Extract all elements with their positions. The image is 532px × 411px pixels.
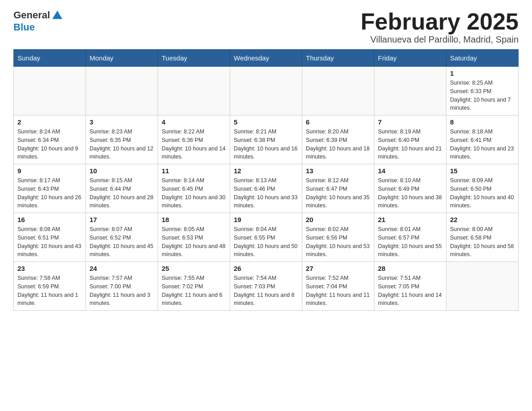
calendar-cell: 6Sunrise: 8:20 AMSunset: 6:39 PMDaylight… [302, 116, 374, 164]
logo-icon [51, 9, 64, 21]
calendar-cell [14, 67, 86, 116]
header-day-monday: Monday [86, 50, 158, 67]
calendar-cell: 13Sunrise: 8:12 AMSunset: 6:47 PMDayligh… [302, 164, 374, 213]
calendar-cell: 4Sunrise: 8:22 AMSunset: 6:36 PMDaylight… [158, 116, 230, 164]
day-number: 6 [306, 118, 370, 126]
calendar-subtitle: Villanueva del Pardillo, Madrid, Spain [360, 34, 519, 45]
header-day-sunday: Sunday [14, 50, 86, 67]
day-info: Sunrise: 8:09 AMSunset: 6:50 PMDaylight:… [450, 176, 515, 210]
day-info: Sunrise: 8:21 AMSunset: 6:38 PMDaylight:… [234, 128, 298, 161]
day-number: 24 [90, 265, 154, 272]
day-info: Sunrise: 8:05 AMSunset: 6:53 PMDaylight:… [162, 225, 226, 259]
day-info: Sunrise: 8:25 AMSunset: 6:33 PMDaylight:… [450, 79, 515, 112]
header: General Blue February 2025 Villanueva de… [13, 9, 519, 45]
day-number: 10 [90, 167, 154, 175]
day-number: 4 [162, 118, 226, 126]
calendar-body: 1Sunrise: 8:25 AMSunset: 6:33 PMDaylight… [14, 67, 519, 311]
calendar-cell [446, 262, 519, 311]
day-info: Sunrise: 8:23 AMSunset: 6:35 PMDaylight:… [90, 128, 154, 161]
day-number: 15 [450, 167, 515, 175]
calendar-cell: 21Sunrise: 8:01 AMSunset: 6:57 PMDayligh… [374, 213, 446, 262]
calendar-cell: 28Sunrise: 7:51 AMSunset: 7:05 PMDayligh… [374, 262, 446, 311]
day-number: 13 [306, 167, 370, 175]
calendar-week-2: 9Sunrise: 8:17 AMSunset: 6:43 PMDaylight… [14, 164, 519, 213]
day-info: Sunrise: 8:17 AMSunset: 6:43 PMDaylight:… [17, 176, 82, 210]
calendar-cell: 25Sunrise: 7:55 AMSunset: 7:02 PMDayligh… [158, 262, 230, 311]
calendar-cell: 2Sunrise: 8:24 AMSunset: 6:34 PMDaylight… [14, 116, 86, 164]
calendar-week-1: 2Sunrise: 8:24 AMSunset: 6:34 PMDaylight… [14, 116, 519, 164]
calendar-title: February 2025 [360, 9, 519, 34]
header-day-wednesday: Wednesday [230, 50, 302, 67]
calendar-cell: 17Sunrise: 8:07 AMSunset: 6:52 PMDayligh… [86, 213, 158, 262]
day-info: Sunrise: 8:01 AMSunset: 6:57 PMDaylight:… [378, 225, 442, 259]
calendar-cell: 11Sunrise: 8:14 AMSunset: 6:45 PMDayligh… [158, 164, 230, 213]
calendar-cell: 19Sunrise: 8:04 AMSunset: 6:55 PMDayligh… [230, 213, 302, 262]
day-number: 28 [378, 265, 442, 272]
day-info: Sunrise: 8:14 AMSunset: 6:45 PMDaylight:… [162, 176, 226, 210]
day-info: Sunrise: 7:52 AMSunset: 7:04 PMDaylight:… [306, 274, 370, 308]
day-number: 11 [162, 167, 226, 175]
day-number: 14 [378, 167, 442, 175]
logo-general-text: General [13, 9, 50, 21]
calendar-cell: 14Sunrise: 8:10 AMSunset: 6:49 PMDayligh… [374, 164, 446, 213]
calendar-cell: 5Sunrise: 8:21 AMSunset: 6:38 PMDaylight… [230, 116, 302, 164]
day-number: 1 [450, 69, 515, 77]
day-info: Sunrise: 8:24 AMSunset: 6:34 PMDaylight:… [17, 128, 82, 161]
calendar-cell: 8Sunrise: 8:18 AMSunset: 6:41 PMDaylight… [446, 116, 519, 164]
day-info: Sunrise: 8:02 AMSunset: 6:56 PMDaylight:… [306, 225, 370, 259]
logo-blue-text: Blue [13, 21, 35, 33]
calendar-cell: 12Sunrise: 8:13 AMSunset: 6:46 PMDayligh… [230, 164, 302, 213]
day-info: Sunrise: 8:22 AMSunset: 6:36 PMDaylight:… [162, 128, 226, 161]
day-number: 3 [90, 118, 154, 126]
day-info: Sunrise: 8:07 AMSunset: 6:52 PMDaylight:… [90, 225, 154, 259]
day-number: 5 [234, 118, 298, 126]
day-info: Sunrise: 8:10 AMSunset: 6:49 PMDaylight:… [378, 176, 442, 210]
header-day-thursday: Thursday [302, 50, 374, 67]
day-number: 2 [17, 118, 82, 126]
day-info: Sunrise: 8:00 AMSunset: 6:58 PMDaylight:… [450, 225, 515, 259]
calendar-cell: 27Sunrise: 7:52 AMSunset: 7:04 PMDayligh… [302, 262, 374, 311]
logo: General Blue [13, 9, 64, 33]
calendar-cell [230, 67, 302, 116]
day-number: 7 [378, 118, 442, 126]
header-day-tuesday: Tuesday [158, 50, 230, 67]
day-number: 23 [17, 265, 82, 272]
day-number: 21 [378, 216, 442, 223]
day-info: Sunrise: 7:58 AMSunset: 6:59 PMDaylight:… [17, 274, 82, 308]
day-info: Sunrise: 8:20 AMSunset: 6:39 PMDaylight:… [306, 128, 370, 161]
calendar-cell: 15Sunrise: 8:09 AMSunset: 6:50 PMDayligh… [446, 164, 519, 213]
calendar-cell [302, 67, 374, 116]
header-day-friday: Friday [374, 50, 446, 67]
calendar-cell: 24Sunrise: 7:57 AMSunset: 7:00 PMDayligh… [86, 262, 158, 311]
title-area: February 2025 Villanueva del Pardillo, M… [360, 9, 519, 45]
day-number: 19 [234, 216, 298, 223]
calendar-cell: 20Sunrise: 8:02 AMSunset: 6:56 PMDayligh… [302, 213, 374, 262]
day-number: 20 [306, 216, 370, 223]
day-info: Sunrise: 7:57 AMSunset: 7:00 PMDaylight:… [90, 274, 154, 308]
day-number: 18 [162, 216, 226, 223]
day-number: 26 [234, 265, 298, 272]
calendar-cell: 1Sunrise: 8:25 AMSunset: 6:33 PMDaylight… [446, 67, 519, 116]
day-info: Sunrise: 8:04 AMSunset: 6:55 PMDaylight:… [234, 225, 298, 259]
calendar-cell: 7Sunrise: 8:19 AMSunset: 6:40 PMDaylight… [374, 116, 446, 164]
day-number: 22 [450, 216, 515, 223]
calendar-cell: 23Sunrise: 7:58 AMSunset: 6:59 PMDayligh… [14, 262, 86, 311]
calendar-cell: 3Sunrise: 8:23 AMSunset: 6:35 PMDaylight… [86, 116, 158, 164]
day-info: Sunrise: 8:18 AMSunset: 6:41 PMDaylight:… [450, 128, 515, 161]
day-info: Sunrise: 8:13 AMSunset: 6:46 PMDaylight:… [234, 176, 298, 210]
calendar-header: SundayMondayTuesdayWednesdayThursdayFrid… [14, 50, 519, 67]
header-row: SundayMondayTuesdayWednesdayThursdayFrid… [14, 50, 519, 67]
calendar-cell: 16Sunrise: 8:08 AMSunset: 6:51 PMDayligh… [14, 213, 86, 262]
header-day-saturday: Saturday [446, 50, 519, 67]
day-info: Sunrise: 8:15 AMSunset: 6:44 PMDaylight:… [90, 176, 154, 210]
calendar-cell [86, 67, 158, 116]
calendar-table: SundayMondayTuesdayWednesdayThursdayFrid… [13, 49, 519, 311]
day-info: Sunrise: 7:55 AMSunset: 7:02 PMDaylight:… [162, 274, 226, 308]
calendar-cell: 26Sunrise: 7:54 AMSunset: 7:03 PMDayligh… [230, 262, 302, 311]
calendar-cell [374, 67, 446, 116]
day-info: Sunrise: 8:12 AMSunset: 6:47 PMDaylight:… [306, 176, 370, 210]
day-number: 25 [162, 265, 226, 272]
day-info: Sunrise: 7:51 AMSunset: 7:05 PMDaylight:… [378, 274, 442, 308]
day-number: 12 [234, 167, 298, 175]
calendar-week-3: 16Sunrise: 8:08 AMSunset: 6:51 PMDayligh… [14, 213, 519, 262]
